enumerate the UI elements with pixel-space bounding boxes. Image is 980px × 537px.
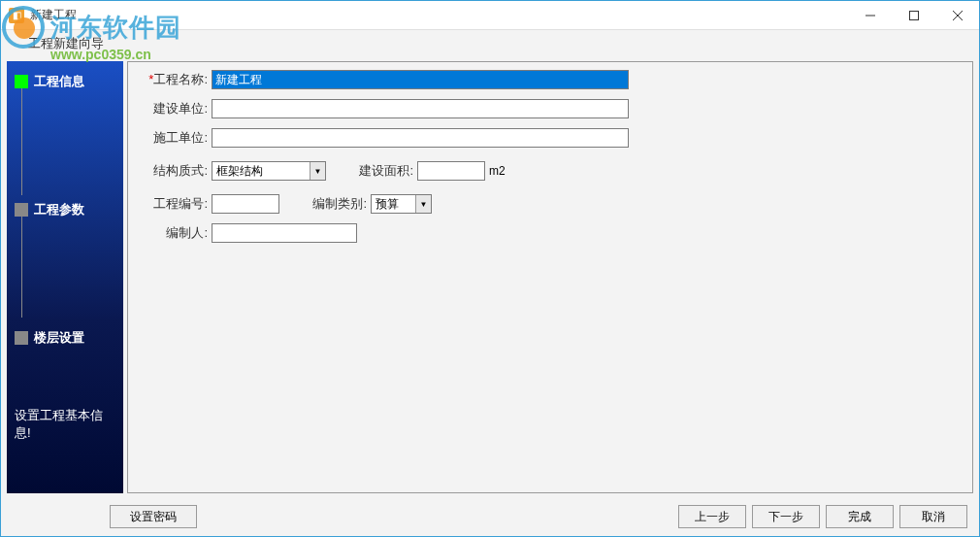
build-area-input[interactable] [417, 161, 485, 181]
sidebar-hint: 设置工程基本信息! [7, 399, 123, 450]
project-no-input[interactable] [212, 194, 279, 214]
step-project-info[interactable]: 工程信息 [7, 69, 123, 94]
finish-button[interactable]: 完成 [826, 505, 894, 528]
maximize-button[interactable] [892, 1, 935, 29]
project-name-input[interactable] [212, 70, 629, 89]
wizard-sidebar: 工程信息 工程参数 楼层设置 设置工程基本信息! [7, 61, 123, 493]
wizard-subtitle: 工程新建向导 [1, 30, 979, 57]
construct-unit-input[interactable] [212, 128, 629, 148]
compile-type-label: 编制类别: [299, 195, 367, 213]
step-label: 工程信息 [34, 73, 84, 90]
close-button[interactable] [935, 1, 979, 29]
button-bar: 设置密码 上一步 下一步 完成 取消 [1, 497, 979, 536]
titlebar: ◧ 新建工程 [1, 1, 979, 30]
set-password-button[interactable]: 设置密码 [110, 505, 197, 528]
structure-type-label: 结构质式: [140, 162, 208, 180]
step-marker-icon [15, 75, 28, 88]
step-floor-settings[interactable]: 楼层设置 [7, 325, 123, 351]
cancel-button[interactable]: 取消 [899, 505, 967, 528]
step-marker-icon [15, 203, 28, 217]
chevron-down-icon: ▼ [415, 195, 431, 213]
form-panel: *工程名称: 建设单位: 施工单位: 结构质式: 框架结构 ▼ 建设面积: m2 [127, 61, 973, 493]
prev-button[interactable]: 上一步 [678, 505, 746, 528]
construct-unit-label: 施工单位: [140, 129, 208, 147]
next-button[interactable]: 下一步 [752, 505, 820, 528]
svg-rect-1 [909, 11, 918, 19]
project-name-label: *工程名称: [140, 71, 208, 88]
compiler-label: 编制人: [140, 224, 208, 242]
window-title: 新建工程 [30, 7, 77, 23]
compile-type-select[interactable]: 预算 ▼ [371, 194, 432, 214]
build-area-unit: m2 [489, 164, 506, 178]
project-no-label: 工程编号: [140, 195, 208, 213]
step-label: 工程参数 [34, 201, 84, 218]
build-area-label: 建设面积: [345, 162, 413, 180]
compiler-input[interactable] [212, 223, 357, 243]
step-marker-icon [15, 331, 28, 345]
app-icon: ◧ [9, 8, 24, 23]
chevron-down-icon: ▼ [310, 162, 325, 180]
minimize-button[interactable] [848, 1, 892, 29]
step-label: 楼层设置 [34, 329, 84, 347]
structure-type-select[interactable]: 框架结构 ▼ [212, 161, 326, 181]
build-unit-label: 建设单位: [140, 100, 208, 117]
build-unit-input[interactable] [212, 99, 629, 118]
step-project-params[interactable]: 工程参数 [7, 197, 123, 222]
